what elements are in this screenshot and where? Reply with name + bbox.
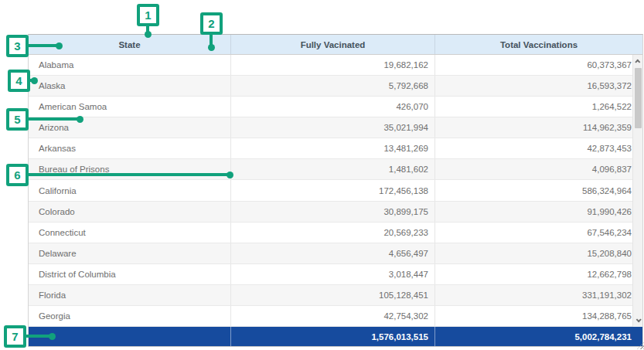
fully-vacinated-cell: 426,070 bbox=[231, 97, 435, 117]
scroll-up-button[interactable] bbox=[634, 56, 642, 66]
callout-7-badge: 7 bbox=[4, 325, 26, 348]
total-row: 1,576,013,515 5,002,784,231 bbox=[29, 327, 642, 346]
fully-vacinated-cell: 3,018,447 bbox=[231, 264, 435, 284]
callout-5-dot bbox=[77, 116, 83, 123]
state-cell: Connecticut bbox=[29, 223, 231, 243]
state-cell: Alaska bbox=[29, 76, 231, 96]
table-row[interactable]: Alabama19,682,16260,373,367 bbox=[29, 55, 642, 76]
callout-2-badge: 2 bbox=[200, 12, 223, 35]
fully-vacinated-cell: 1,481,602 bbox=[231, 159, 435, 179]
table-row[interactable]: Colorado30,899,17591,990,426 bbox=[29, 202, 642, 223]
callout-5-connector bbox=[27, 117, 78, 121]
callout-4-dot bbox=[31, 77, 38, 84]
callout-3-connector bbox=[27, 44, 57, 47]
callout-6-badge: 6 bbox=[6, 164, 29, 186]
state-cell: Arizona bbox=[29, 117, 231, 138]
callout-1-badge: 1 bbox=[137, 4, 159, 26]
scroll-down-button[interactable] bbox=[634, 315, 642, 325]
state-cell: Georgia bbox=[29, 306, 231, 326]
chevron-up-icon bbox=[635, 59, 640, 65]
total-vaccinations-cell: 67,546,234 bbox=[435, 223, 642, 243]
total-vaccinations-cell: 331,191,302 bbox=[435, 285, 642, 305]
callout-7-connector bbox=[25, 335, 51, 338]
total-vaccinations-cell: 1,264,522 bbox=[435, 97, 642, 117]
state-cell: California bbox=[29, 180, 231, 200]
total-vaccinations-cell: 42,873,453 bbox=[435, 138, 642, 158]
callout-5-badge: 5 bbox=[6, 108, 29, 131]
fully-vacinated-cell: 4,656,497 bbox=[231, 243, 435, 263]
table-row[interactable]: Florida105,128,451331,191,302 bbox=[29, 285, 642, 306]
callout-7-dot bbox=[49, 333, 56, 340]
state-cell: District of Columbia bbox=[29, 264, 231, 284]
header-cell-fully-vacinated[interactable]: Fully Vacinated bbox=[231, 35, 435, 54]
table-row[interactable]: Arizona35,021,994114,962,359 bbox=[29, 117, 642, 138]
total-fully-vacinated-cell: 1,576,013,515 bbox=[231, 327, 435, 346]
fully-vacinated-cell: 42,754,302 bbox=[231, 306, 435, 326]
table-row[interactable]: Delaware4,656,49715,208,840 bbox=[29, 243, 642, 264]
fully-vacinated-cell: 20,569,233 bbox=[231, 223, 435, 243]
total-vaccinations-cell: 60,373,367 bbox=[435, 55, 642, 75]
fully-vacinated-cell: 172,456,138 bbox=[231, 180, 435, 200]
callout-3-badge: 3 bbox=[6, 35, 29, 57]
table-row[interactable]: Georgia42,754,302134,288,765 bbox=[29, 306, 642, 327]
table-row[interactable]: Arkansas13,481,26942,873,453 bbox=[29, 138, 642, 159]
table-row[interactable]: California172,456,138586,324,964 bbox=[29, 180, 642, 201]
state-cell: Delaware bbox=[29, 243, 231, 263]
table-body: Alabama19,682,16260,373,367Alaska5,792,6… bbox=[29, 55, 642, 327]
fully-vacinated-cell: 35,021,994 bbox=[231, 117, 435, 138]
state-cell: Florida bbox=[29, 285, 231, 305]
annotated-table-screenshot: State Fully Vacinated Total Vaccinations… bbox=[0, 0, 644, 350]
table-row[interactable]: Connecticut20,569,23367,546,234 bbox=[29, 223, 642, 243]
callout-4-badge: 4 bbox=[8, 70, 30, 92]
fully-vacinated-cell: 30,899,175 bbox=[231, 202, 435, 222]
total-vaccinations-cell: 15,208,840 bbox=[435, 243, 642, 263]
callout-1-dot bbox=[145, 31, 152, 38]
state-cell: Bureau of Prisons bbox=[29, 159, 231, 179]
fully-vacinated-cell: 19,682,162 bbox=[231, 55, 435, 75]
state-cell: Colorado bbox=[29, 202, 231, 222]
callout-3-dot bbox=[56, 42, 63, 49]
fully-vacinated-cell: 13,481,269 bbox=[231, 138, 435, 158]
vertical-scrollbar[interactable] bbox=[632, 55, 642, 327]
total-vaccinations-cell: 12,662,798 bbox=[435, 264, 642, 284]
table-row[interactable]: District of Columbia3,018,44712,662,798 bbox=[29, 264, 642, 285]
total-vaccinations-cell: 91,990,426 bbox=[435, 202, 642, 222]
header-cell-total-vaccinations[interactable]: Total Vaccinations bbox=[435, 35, 642, 54]
table-row[interactable]: Alaska5,792,66816,593,372 bbox=[29, 76, 642, 97]
total-vaccinations-cell: 114,962,359 bbox=[435, 117, 642, 138]
table-header: State Fully Vacinated Total Vaccinations bbox=[29, 35, 642, 55]
chevron-down-icon bbox=[636, 317, 642, 322]
vaccination-table: State Fully Vacinated Total Vaccinations… bbox=[28, 34, 643, 347]
fully-vacinated-cell: 5,792,668 bbox=[231, 76, 435, 96]
table-row[interactable]: American Samoa426,0701,264,522 bbox=[29, 97, 642, 117]
table-row[interactable]: Bureau of Prisons1,481,6024,096,837 bbox=[29, 159, 642, 180]
callout-6-dot bbox=[227, 172, 233, 178]
callout-2-dot bbox=[208, 44, 215, 51]
state-cell: Arkansas bbox=[29, 138, 231, 158]
total-row-spacer-cell bbox=[29, 327, 231, 346]
total-vaccinations-cell: 16,593,372 bbox=[435, 76, 642, 96]
state-cell: Alabama bbox=[29, 55, 231, 75]
total-total-vaccinations-cell: 5,002,784,231 bbox=[435, 327, 642, 346]
state-cell: American Samoa bbox=[29, 97, 231, 117]
total-vaccinations-cell: 4,096,837 bbox=[435, 159, 642, 179]
callout-6-connector bbox=[27, 173, 228, 176]
fully-vacinated-cell: 105,128,451 bbox=[231, 285, 435, 305]
total-vaccinations-cell: 586,324,964 bbox=[435, 180, 642, 200]
total-vaccinations-cell: 134,288,765 bbox=[435, 306, 642, 326]
scrollbar-thumb[interactable] bbox=[635, 68, 642, 128]
